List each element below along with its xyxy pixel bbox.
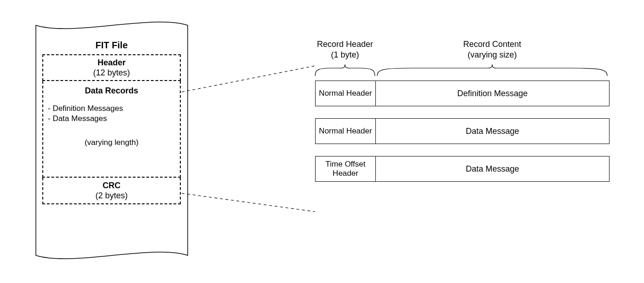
record-content-title: Record Content: [463, 40, 521, 49]
header-size: (12 bytes): [47, 68, 176, 78]
brace-record-content: [377, 64, 607, 76]
record-header-label: Record Header (1 byte): [315, 39, 375, 60]
crc-size: (2 bytes): [47, 191, 176, 201]
data-records-title: Data Records: [47, 86, 176, 96]
header-title: Header: [47, 58, 176, 68]
record-row-header: Time Offset Header: [316, 156, 376, 181]
record-row: Normal Header Definition Message: [315, 81, 610, 106]
record-row-header: Normal Header: [316, 81, 376, 106]
data-records-note: (varying length): [47, 138, 176, 148]
crc-title: CRC: [47, 180, 176, 191]
fit-file-crc-box: CRC (2 bytes): [42, 178, 181, 204]
fit-file-panel: FIT File Header (12 bytes) Data Records …: [34, 35, 189, 204]
record-rows: Normal Header Definition Message Normal …: [315, 81, 610, 194]
record-row-content: Definition Message: [376, 81, 609, 106]
record-content-sub: (varying size): [377, 50, 607, 60]
record-header-title: Record Header: [317, 40, 373, 49]
data-records-item: - Data Messages: [47, 114, 176, 124]
brace-record-header: [315, 64, 375, 76]
record-row: Normal Header Data Message: [315, 118, 610, 144]
record-row-header: Normal Header: [316, 119, 376, 144]
fit-file-data-records-box: Data Records - Definition Messages - Dat…: [42, 81, 181, 178]
record-row: Time Offset Header Data Message: [315, 156, 610, 182]
fit-file-title: FIT File: [34, 40, 189, 51]
connector-bottom: [182, 193, 315, 212]
record-header-sub: (1 byte): [315, 50, 375, 60]
record-row-content: Data Message: [376, 156, 609, 181]
connector-top: [182, 66, 315, 92]
record-content-label: Record Content (varying size): [377, 39, 607, 60]
record-row-content: Data Message: [376, 119, 609, 144]
data-records-item: - Definition Messages: [47, 104, 176, 114]
fit-file-header-box: Header (12 bytes): [42, 54, 181, 81]
